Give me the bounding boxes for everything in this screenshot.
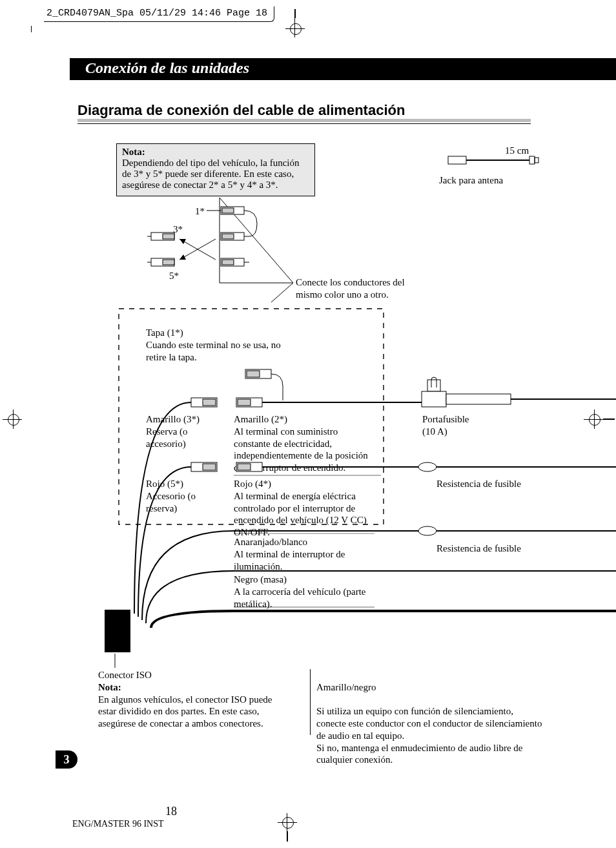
ref-2: 2* [227,223,237,236]
svg-rect-21 [448,156,466,164]
footer-code: ENG/MASTER 96 INST [72,819,164,829]
svg-rect-31 [427,380,440,391]
svg-line-20 [271,283,293,302]
iso-title: Conector ISO [98,670,152,680]
yellow-2-title: Amarillo (2*) [234,414,287,424]
ref-5: 5* [169,270,179,282]
divider [310,669,311,735]
svg-marker-19 [180,254,186,260]
tapa-title: Tapa (1*) [146,327,183,338]
divider [77,119,531,122]
yellow-3-title: Amarillo (3*) [146,414,200,424]
antenna-label: Jack para antena [439,174,503,187]
tapa-block: Tapa (1*) Cuando este terminal no se usa… [146,327,288,363]
yellow-3-block: Amarillo (3*) Reserva (o accesorio) [146,413,217,450]
svg-point-42 [418,526,436,535]
red-4-title: Rojo (4*) [234,479,271,489]
svg-rect-11 [163,260,174,265]
svg-rect-32 [422,391,446,407]
orange-block: Anaranjado/blanco Al terminal de interru… [234,536,376,572]
red-4-block: Rojo (4*) Al terminal de energía eléctri… [234,478,382,539]
fuse-block: Portafusible (10 A) [422,413,500,438]
same-color-note: Conecte los conductores del mismo color … [296,276,425,301]
svg-line-18 [180,239,216,260]
antenna-length: 15 cm [505,145,529,157]
fuse-body: (10 A) [422,426,447,437]
ref-4: 4* [227,270,237,282]
red-5-block: Rojo (5*) Accesorio (o reserva) [146,478,217,514]
svg-rect-27 [191,398,217,407]
note-label: Nota: [122,147,145,157]
yellow-black-title: Amarillo/negro [316,682,376,692]
svg-rect-33 [446,394,511,404]
svg-rect-36 [203,464,216,470]
yellow-black-body: Si utiliza un equipo con función de sile… [316,706,542,765]
ref-1: 1* [195,205,205,218]
svg-rect-13 [221,258,244,266]
section-subtitle: Diagrama de conexión del cable de alimen… [77,102,405,119]
resistor-2-label: Resistencia de fusible [436,543,521,555]
svg-rect-24 [535,158,539,163]
fuse-title: Portafusible [422,414,469,424]
crop-header: 2_CRD4079AN_Spa 05/11/29 14:46 Page 18 [44,6,274,22]
svg-rect-26 [247,371,260,377]
svg-rect-3 [222,208,234,213]
iso-note-label: Nota: [98,682,121,692]
yellow-3-body: Reserva (o accesorio) [146,426,188,449]
svg-rect-14 [222,260,234,265]
svg-rect-30 [238,399,251,406]
note-body: Dependiendo del tipo del vehículo, la fu… [122,158,300,190]
svg-rect-4 [151,233,174,240]
yellow-2-body: Al terminal con suministro constante de … [234,426,368,473]
page-number: 18 [165,805,177,818]
crop-edge [31,26,32,32]
yellow-2-block: Amarillo (2*) Al terminal con suministro… [234,413,376,474]
iso-connector-icon [105,610,130,652]
registration-mark-icon [278,822,297,842]
orange-title: Anaranjado/blanco [234,537,307,547]
section-tab: 3 [56,750,77,769]
iso-note-block: Conector ISO Nota: En algunos vehículos,… [98,669,292,730]
section-title-bar: Conexión de las unidades [70,58,616,80]
svg-rect-2 [221,207,244,214]
svg-rect-23 [529,156,535,164]
red-4-body: Al terminal de energía eléctrica control… [234,491,367,537]
registration-mark-icon [285,9,305,28]
tapa-body: Cuando este terminal no se usa, no retir… [146,340,281,362]
iso-note-body: En algunos vehículos, el conector ISO pu… [98,694,272,729]
resistor-1-label: Resistencia de fusible [436,478,521,490]
divider [77,123,531,124]
svg-rect-10 [151,258,174,266]
registration-mark-icon [589,409,616,429]
red-5-body: Accesorio (o reserva) [146,491,196,513]
ref-3: 3* [173,223,183,236]
yellow-black-block: Amarillo/negro Si utiliza un equipo con … [316,669,542,766]
black-block: Negro (masa) A la carrocería del vehícul… [234,574,376,610]
svg-line-16 [180,239,216,260]
note-box: Nota: Dependiendo del tipo del vehículo,… [116,143,315,196]
svg-rect-29 [236,398,262,407]
red-5-title: Rojo (5*) [146,479,183,489]
svg-rect-35 [191,462,217,471]
black-title: Negro (masa) [234,574,287,584]
orange-body: Al terminal de interruptor de iluminació… [234,549,345,572]
black-body: A la carrocería del vehículo (parte metá… [234,586,365,609]
svg-rect-25 [245,369,271,378]
registration-mark-icon [0,409,26,429]
svg-point-39 [418,462,436,471]
svg-marker-17 [180,239,186,244]
svg-rect-28 [203,399,216,406]
